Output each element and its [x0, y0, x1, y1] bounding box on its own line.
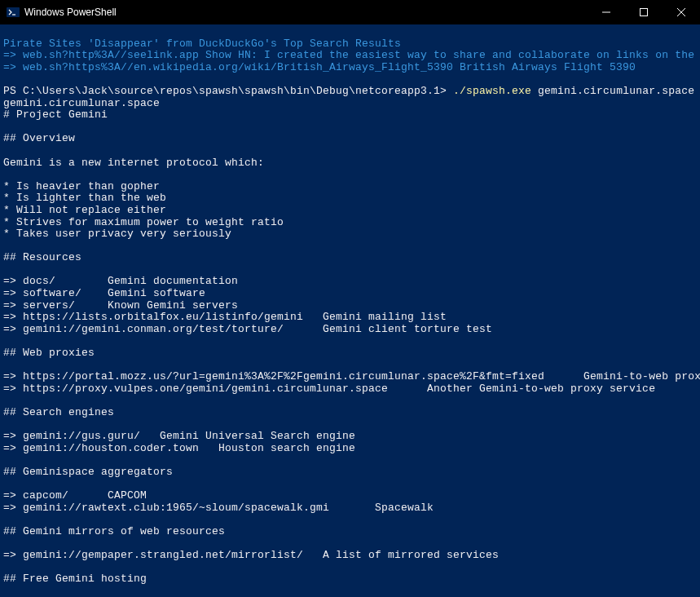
output-line: => gemini://gus.guru/ Gemini Universal S… — [3, 430, 355, 442]
output-line: => gemini://houston.coder.town Houston s… — [3, 442, 355, 454]
output-line: => gemini://gemini.conman.org/test/tortu… — [3, 323, 492, 335]
output-line: => web.sh?https%3A//en.wikipedia.org/wik… — [3, 61, 636, 73]
close-button[interactable] — [663, 0, 700, 24]
output-line: => gemini://gempaper.strangled.net/mirro… — [3, 549, 499, 561]
maximize-button[interactable] — [625, 0, 663, 24]
window-controls — [588, 0, 700, 24]
powershell-icon — [7, 6, 20, 19]
output-line: * Will not replace either — [3, 204, 166, 216]
output-line: => software/ Gemini software — [3, 287, 205, 299]
output-line: => https://lists.orbitalfox.eu/listinfo/… — [3, 311, 447, 323]
titlebar[interactable]: Windows PowerShell — [0, 0, 700, 24]
output-line: => servers/ Known Gemini servers — [3, 299, 238, 312]
svg-rect-3 — [641, 9, 648, 16]
output-line: => docs/ Gemini documentation — [3, 275, 238, 287]
output-line: * Strives for maximum power to weight ra… — [3, 216, 284, 228]
output-line: => https://proxy.vulpes.one/gemini/gemin… — [3, 383, 655, 395]
output-line: => gemini://rawtext.club:1965/~sloum/spa… — [3, 502, 434, 514]
output-line: ## Gemini mirrors of web resources — [3, 525, 225, 537]
output-line: ## Geminispace aggregators — [3, 466, 173, 478]
command-arg: gemini.circumlunar.space — [531, 85, 694, 97]
output-line: ## Search engines — [3, 406, 114, 418]
minimize-button[interactable] — [588, 0, 625, 24]
output-line: * Takes user privacy very seriously — [3, 228, 231, 240]
output-line: ## Overview — [3, 132, 75, 144]
terminal-output[interactable]: Pirate Sites 'Disappear' from DuckDuckGo… — [0, 24, 700, 597]
output-line: => web.sh?http%3A//seelink.app Show HN: … — [3, 49, 700, 61]
output-line: => https://portal.mozz.us/?url=gemini%3A… — [3, 370, 700, 383]
svg-rect-0 — [7, 7, 20, 17]
output-line: Pirate Sites 'Disappear' from DuckDuckGo… — [3, 38, 401, 50]
output-line: ## Web proxies — [3, 347, 95, 359]
window-title: Windows PowerShell — [24, 7, 588, 18]
output-line: * Is heavier than gopher — [3, 180, 160, 192]
output-line: Gemini is a new internet protocol which: — [3, 157, 264, 169]
output-line: ## Free Gemini hosting — [3, 573, 147, 585]
command-exe: ./spawsh.exe — [453, 85, 531, 97]
prompt-path: PS C:\Users\Jack\source\repos\spawsh\spa… — [3, 85, 453, 97]
output-line: => capcom/ CAPCOM — [3, 489, 147, 502]
output-line: ## Resources — [3, 251, 81, 263]
output-line: gemini.circumlunar.space — [3, 97, 160, 109]
output-line: # Project Gemini — [3, 108, 108, 121]
output-line: * Is lighter than the web — [3, 192, 166, 204]
